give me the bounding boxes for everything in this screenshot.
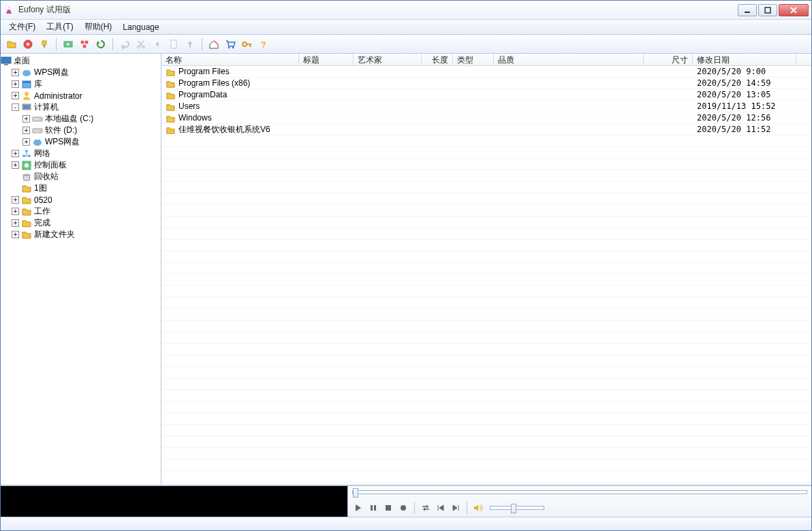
file-row[interactable]: 佳维视餐饮收银机系统V62020/5/20 11:52 xyxy=(161,124,811,135)
play-button[interactable] xyxy=(352,502,364,514)
seek-bar[interactable] xyxy=(348,486,811,498)
tree-twisty[interactable]: + xyxy=(22,138,30,146)
column-header-length[interactable]: 长度 xyxy=(422,54,453,65)
tree-twisty[interactable]: + xyxy=(12,80,19,88)
tree-twisty[interactable]: + xyxy=(12,208,19,215)
file-row[interactable]: Windows2020/5/20 12:56 xyxy=(161,112,811,124)
menu-tools[interactable]: 工具(T) xyxy=(41,20,78,34)
toolbar-burn-icon[interactable] xyxy=(21,37,35,51)
svg-point-4 xyxy=(27,43,29,46)
toolbar-refresh-icon[interactable] xyxy=(94,37,108,51)
column-header-type[interactable]: 类型 xyxy=(453,54,494,65)
tree-item[interactable]: +0520 xyxy=(1,194,161,206)
tree-twisty[interactable]: + xyxy=(12,196,19,204)
file-row[interactable]: Program Files (x86)2020/5/20 14:59 xyxy=(161,78,811,89)
tree-twisty[interactable]: + xyxy=(22,127,30,134)
titlebar[interactable]: Eufony 试用版 xyxy=(1,1,811,20)
svg-point-36 xyxy=(25,150,28,152)
toolbar-open-icon[interactable] xyxy=(5,37,18,51)
tree-item[interactable]: +Administrator xyxy=(1,90,161,101)
app-icon xyxy=(3,5,14,16)
column-header-name[interactable]: 名称 xyxy=(161,54,299,65)
column-header-title[interactable]: 标题 xyxy=(299,54,354,65)
svg-point-43 xyxy=(401,505,406,511)
recycle-icon xyxy=(21,172,32,182)
toolbar-help-icon[interactable]: ? xyxy=(256,37,270,51)
control-icon xyxy=(21,160,32,171)
toolbar-merge-icon[interactable] xyxy=(78,37,91,51)
empty-row xyxy=(161,448,811,460)
tree-item[interactable]: +新建文件夹 xyxy=(1,229,161,240)
svg-point-39 xyxy=(23,174,30,176)
tree-twisty[interactable]: + xyxy=(12,219,19,227)
maximize-button[interactable] xyxy=(758,4,777,16)
empty-row xyxy=(161,135,811,147)
tree-item[interactable]: +本地磁盘 (C:) xyxy=(1,113,161,125)
tree-item[interactable]: +完成 xyxy=(1,217,161,229)
cloud-icon xyxy=(32,137,43,148)
tree-twisty[interactable]: + xyxy=(12,69,19,76)
tree-label: 完成 xyxy=(34,217,50,229)
toolbar-convert-icon[interactable] xyxy=(61,37,75,51)
column-header-modified[interactable]: 修改日期 xyxy=(693,54,796,65)
tree-label: 控制面板 xyxy=(34,159,67,171)
file-row[interactable]: Program Files2020/5/20 9:00 xyxy=(161,66,811,78)
empty-row xyxy=(161,379,811,390)
computer-icon xyxy=(21,102,32,113)
file-row[interactable]: Users2019/11/13 15:52 xyxy=(161,101,811,112)
tree-item[interactable]: +WPS网盘 xyxy=(1,136,161,148)
tree-item[interactable]: 回收站 xyxy=(1,171,161,182)
tree-twisty[interactable]: + xyxy=(12,92,19,99)
menu-language[interactable]: Language xyxy=(117,21,164,33)
empty-row xyxy=(161,390,811,402)
svg-point-8 xyxy=(85,40,89,44)
next-button[interactable] xyxy=(450,502,462,514)
toolbar-cart-icon[interactable] xyxy=(223,37,237,51)
close-button[interactable] xyxy=(779,4,809,16)
tree-twisty[interactable]: - xyxy=(12,103,19,111)
tree-item[interactable]: +软件 (D:) xyxy=(1,125,161,136)
toolbar-separator xyxy=(56,38,57,50)
svg-rect-18 xyxy=(4,64,8,65)
tree-item[interactable]: -计算机 xyxy=(1,101,161,113)
tree-twisty[interactable]: + xyxy=(12,161,19,169)
stop-button[interactable] xyxy=(382,502,394,514)
svg-point-38 xyxy=(25,163,29,167)
tree-item[interactable]: +工作 xyxy=(1,206,161,217)
column-header-artist[interactable]: 艺术家 xyxy=(354,54,422,65)
tree-twisty[interactable]: + xyxy=(22,115,30,123)
prev-button[interactable] xyxy=(435,502,447,514)
svg-rect-2 xyxy=(765,7,770,13)
folder-icon xyxy=(21,195,32,206)
pause-button[interactable] xyxy=(367,502,379,514)
toolbar-trophy-icon[interactable] xyxy=(37,37,51,51)
repeat-button[interactable] xyxy=(420,502,432,514)
tree-root[interactable]: 桌面 xyxy=(1,55,161,67)
tree-twisty[interactable]: + xyxy=(12,150,19,157)
tree-item[interactable]: +控制面板 xyxy=(1,159,161,171)
record-button[interactable] xyxy=(397,502,409,514)
volume-slider[interactable] xyxy=(490,506,544,510)
volume-icon[interactable] xyxy=(472,502,484,514)
toolbar-key-icon[interactable] xyxy=(240,37,253,51)
file-list[interactable]: Program Files2020/5/20 9:00Program Files… xyxy=(161,66,811,485)
menu-file[interactable]: 文件(F) xyxy=(3,20,41,34)
toolbar-home-icon[interactable] xyxy=(207,37,221,51)
tree-item[interactable]: +WPS网盘 xyxy=(1,67,161,78)
svg-text:?: ? xyxy=(261,40,266,50)
column-header-size[interactable]: 尺寸 xyxy=(644,54,693,65)
tree-twisty[interactable]: + xyxy=(12,231,19,238)
minimize-button[interactable] xyxy=(738,4,757,16)
tree-label: 桌面 xyxy=(14,55,30,67)
menu-help[interactable]: 帮助(H) xyxy=(79,20,118,34)
tree-item[interactable]: 1图 xyxy=(1,182,161,194)
tree-item[interactable]: +库 xyxy=(1,78,161,90)
folder-tree[interactable]: 桌面+WPS网盘+库+Administrator-计算机+本地磁盘 (C:)+软… xyxy=(1,54,161,485)
tree-item[interactable]: +网络 xyxy=(1,148,161,159)
cell-modified: 2020/5/20 9:00 xyxy=(693,67,796,76)
tree-label: 软件 (D:) xyxy=(45,125,77,136)
svg-rect-23 xyxy=(22,81,31,83)
column-header-quality[interactable]: 品质 xyxy=(494,54,644,65)
toolbar-up-icon xyxy=(183,37,197,51)
file-row[interactable]: ProgramData2020/5/20 13:05 xyxy=(161,89,811,101)
